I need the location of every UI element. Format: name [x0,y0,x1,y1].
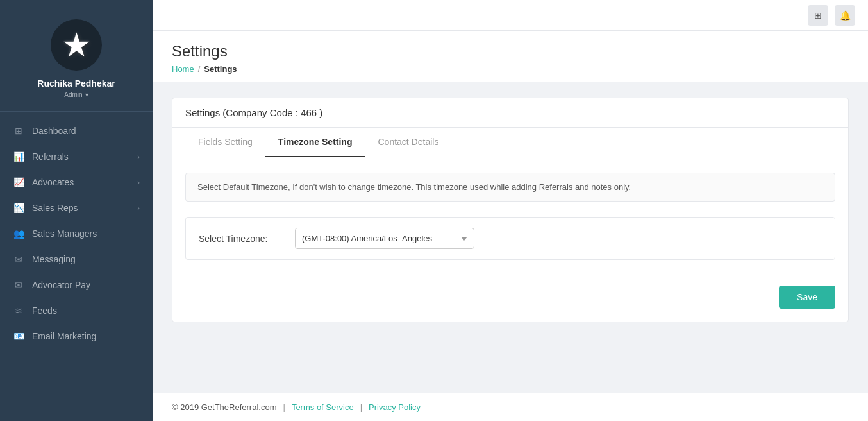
sidebar-item-label: Sales Managers [32,228,97,239]
settings-card: Settings (Company Code : 466 ) Fields Se… [172,98,849,322]
topbar-bell-icon[interactable]: 🔔 [835,5,855,26]
chevron-right-icon: › [137,204,140,212]
settings-card-header: Settings (Company Code : 466 ) [172,98,848,128]
nav-menu: ⊞ Dashboard 📊 Referrals › 📈 Advocates › … [0,112,153,421]
sidebar-item-label: Feeds [32,305,57,316]
timezone-form-row: Select Timezone: (GMT-08:00) America/Los… [185,217,835,260]
footer-privacy-link[interactable]: Privacy Policy [369,402,421,412]
chevron-down-icon: ▾ [85,91,88,98]
timezone-label: Select Timezone: [199,234,282,244]
advocator-pay-icon: ✉ [13,280,24,290]
sidebar-item-label: Email Marketing [32,331,96,341]
avatar: ★ [51,19,102,71]
tab-timezone-setting[interactable]: Timezone Setting [265,128,365,157]
footer-copyright: © 2019 GetTheReferral.com [172,402,276,412]
sidebar-item-label: Messaging [32,254,76,264]
page-header: Settings Home / Settings [153,31,868,82]
sidebar-item-dashboard[interactable]: ⊞ Dashboard [0,118,153,144]
sidebar-item-label: Sales Reps [32,203,78,213]
sidebar-item-label: Advocates [32,177,74,187]
dashboard-icon: ⊞ [13,126,24,136]
sidebar-item-sales-reps[interactable]: 📉 Sales Reps › [0,195,153,221]
sidebar-item-referrals[interactable]: 📊 Referrals › [0,144,153,169]
sales-managers-icon: 👥 [13,228,24,239]
page-content: Settings (Company Code : 466 ) Fields Se… [153,82,868,393]
sidebar-item-label: Referrals [32,151,69,162]
tabs-row: Fields Setting Timezone Setting Contact … [172,128,848,157]
sidebar-item-label: Advocator Pay [32,280,90,290]
sidebar-item-email-marketing[interactable]: 📧 Email Marketing [0,323,153,349]
profile-name: Ruchika Pedhekar [37,78,115,89]
chevron-right-icon: › [137,153,140,160]
main-content: ⊞ 🔔 Settings Home / Settings Settings (C… [153,0,868,421]
chevron-right-icon: › [137,178,140,186]
tab-contact-details[interactable]: Contact Details [365,128,451,157]
feeds-icon: ≋ [13,305,24,316]
page-title: Settings [172,42,849,60]
avatar-star-icon: ★ [62,26,92,64]
messaging-icon: ✉ [13,254,24,264]
sidebar-item-messaging[interactable]: ✉ Messaging [0,246,153,272]
footer-sep-2: | [360,402,362,412]
footer: © 2019 GetTheReferral.com | Terms of Ser… [153,393,868,421]
timezone-info-box: Select Default Timezone, If don't wish t… [185,173,835,202]
sidebar-item-sales-managers[interactable]: 👥 Sales Managers [0,221,153,246]
footer-sep-1: | [283,402,285,412]
sidebar-item-advocates[interactable]: 📈 Advocates › [0,169,153,195]
email-marketing-icon: 📧 [13,331,24,341]
save-row: Save [172,275,848,322]
sidebar-profile: ★ Ruchika Pedhekar Admin ▾ [0,0,153,112]
referrals-icon: 📊 [13,151,24,162]
sidebar: ★ Ruchika Pedhekar Admin ▾ ⊞ Dashboard 📊… [0,0,153,421]
sales-reps-icon: 📉 [13,203,24,213]
advocates-icon: 📈 [13,177,24,187]
footer-terms-link[interactable]: Terms of Service [292,402,354,412]
sidebar-item-advocator-pay[interactable]: ✉ Advocator Pay [0,272,153,298]
sidebar-item-feeds[interactable]: ≋ Feeds [0,298,153,323]
breadcrumb-current: Settings [204,64,237,74]
profile-role[interactable]: Admin ▾ [64,91,88,98]
breadcrumb: Home / Settings [172,64,849,74]
tab-fields-setting[interactable]: Fields Setting [185,128,265,157]
timezone-select[interactable]: (GMT-08:00) America/Los_Angeles (GMT-05:… [295,228,474,249]
sidebar-item-label: Dashboard [32,126,76,136]
topbar-grid-icon[interactable]: ⊞ [808,5,828,26]
tab-content: Select Default Timezone, If don't wish t… [172,157,848,275]
page-body: Settings Home / Settings Settings (Compa… [153,31,868,421]
save-button[interactable]: Save [779,286,835,309]
breadcrumb-home-link[interactable]: Home [172,64,194,74]
topbar: ⊞ 🔔 [153,0,868,31]
breadcrumb-separator: / [198,64,201,74]
